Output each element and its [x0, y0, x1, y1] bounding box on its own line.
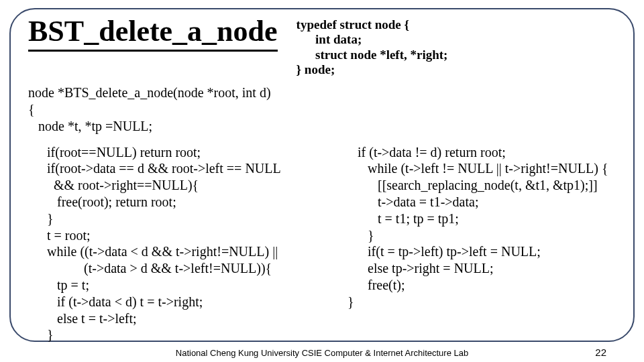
code-columns: if(root==NULL) return root; if(root->dat…: [28, 144, 619, 344]
header-row: BST_delete_a_node typedef struct node { …: [28, 16, 619, 78]
slide-title: BST_delete_a_node: [28, 16, 278, 52]
code-left-column: if(root==NULL) return root; if(root->dat…: [28, 144, 337, 344]
code-right-column: if (t->data != d) return root; while (t-…: [347, 144, 619, 344]
typedef-block: typedef struct node { int data; struct n…: [297, 17, 448, 78]
slide-frame: BST_delete_a_node typedef struct node { …: [9, 8, 635, 342]
footer-text: National Cheng Kung University CSIE Comp…: [0, 348, 644, 358]
page-number: 22: [595, 347, 606, 358]
function-signature: node *BTS_delete_a_node(node *root, int …: [28, 84, 619, 135]
